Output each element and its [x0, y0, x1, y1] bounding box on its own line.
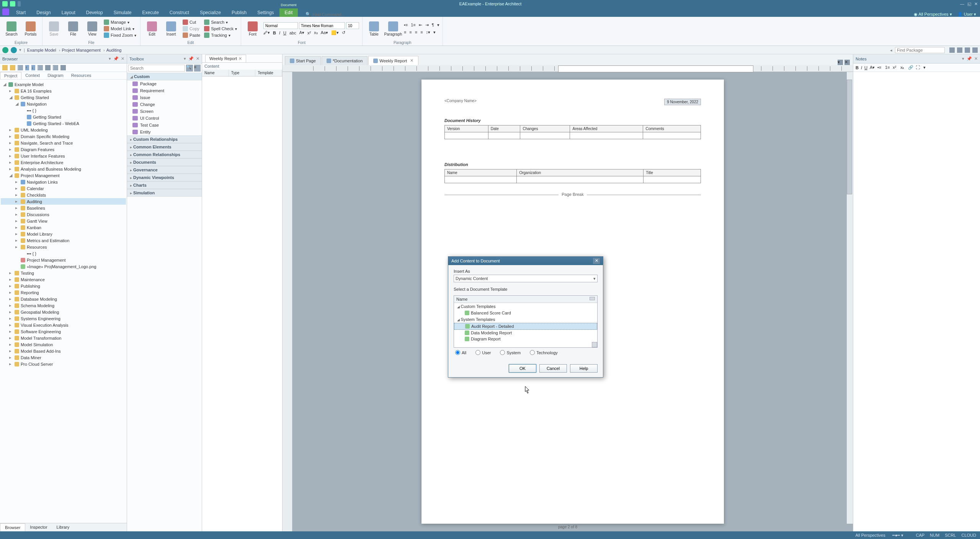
crumb[interactable]: Project Management: [62, 48, 105, 52]
ribbon-tab-edit[interactable]: Edit: [279, 8, 298, 17]
insert-as-combo[interactable]: Dynamic Content: [454, 275, 598, 282]
content-tab-close-icon[interactable]: ✕: [238, 56, 242, 61]
search-button[interactable]: Search: [3, 21, 20, 36]
bottom-tab-browser[interactable]: Browser: [0, 523, 25, 531]
qa-dropdown-icon[interactable]: [18, 1, 21, 7]
notes-more-button[interactable]: ▾: [923, 65, 929, 70]
down-icon[interactable]: ↓: [31, 65, 35, 70]
toolbox-item[interactable]: UI Control: [127, 115, 202, 122]
template-item[interactable]: Audit Report - Detailed: [454, 323, 597, 330]
find-command-input[interactable]: [312, 12, 358, 17]
toolbox-category[interactable]: ▸ Documents: [127, 158, 202, 166]
ribbon-tab-start[interactable]: Start: [11, 8, 31, 17]
restore-button[interactable]: ◱: [967, 2, 971, 7]
ribbon-tab-specialize[interactable]: Specialize: [194, 8, 226, 17]
toolbox-category[interactable]: ▸ Charts: [127, 181, 202, 189]
tree-node[interactable]: ▸Enterprise Architecture: [1, 159, 126, 166]
ribbon-tab-simulate[interactable]: Simulate: [108, 8, 137, 17]
crumb[interactable]: Auditing: [106, 48, 123, 52]
notes-bullets-button[interactable]: •≡: [877, 65, 883, 70]
toolbox-category[interactable]: ▸ Common Relationships: [127, 151, 202, 158]
notes-link-button[interactable]: 🔗: [908, 65, 913, 70]
ruler-horizontal[interactable]: [283, 65, 853, 72]
portals-button[interactable]: Portals: [22, 21, 39, 36]
fill-color-button[interactable]: 🟨▾: [331, 30, 339, 35]
toolbox-close-icon[interactable]: ✕: [196, 56, 199, 61]
cancel-button[interactable]: Cancel: [539, 364, 567, 373]
tree-node[interactable]: ▸Resources: [1, 244, 126, 250]
toolbox-menu-icon[interactable]: ▾: [184, 56, 186, 61]
tree-node[interactable]: ▸Reporting: [1, 289, 126, 296]
tree-node[interactable]: ▸UML Modeling: [1, 127, 126, 133]
browser-menu-icon[interactable]: ▾: [109, 56, 111, 61]
nav-forward-button[interactable]: [11, 47, 17, 53]
tree-node[interactable]: «Image» ProjManagement_Logo.png: [1, 263, 126, 270]
toolbox-category[interactable]: ▸ Common Elements: [127, 143, 202, 151]
tree-node[interactable]: ▸EA 16 Examples: [1, 88, 126, 94]
tree-node[interactable]: ▸Checklists: [1, 192, 126, 198]
tree-node[interactable]: ▸Software Engineering: [1, 328, 126, 335]
ruler-vertical[interactable]: [283, 72, 292, 531]
find-package-input[interactable]: [895, 47, 945, 53]
file-button[interactable]: File: [65, 21, 82, 36]
browser-close-icon[interactable]: ✕: [121, 56, 124, 61]
tree-node[interactable]: ◢Getting Started: [1, 94, 126, 101]
toolbox-category[interactable]: ◢ Custom: [127, 73, 202, 80]
tree-root[interactable]: ◢ Example Model: [1, 81, 126, 88]
bottom-tab-inspector[interactable]: Inspector: [25, 523, 52, 531]
notes-underline-button[interactable]: U: [864, 65, 867, 70]
outdent-button[interactable]: ⇤: [419, 23, 422, 28]
font-button[interactable]: Font: [244, 21, 261, 36]
tree-node[interactable]: ▸Database Modeling: [1, 296, 126, 302]
toolbox-pin-icon[interactable]: 📌: [188, 56, 194, 61]
browser-subtab-diagram[interactable]: Diagram: [44, 72, 67, 79]
notes-sub-button[interactable]: x₂: [900, 65, 906, 70]
tree-node[interactable]: ▸Discussions: [1, 211, 126, 218]
tree-node[interactable]: ▸Gantt View: [1, 218, 126, 224]
hamburger-icon[interactable]: [60, 65, 66, 70]
tree-node[interactable]: ▸Model Simulation: [1, 341, 126, 348]
browser-pin-icon[interactable]: 📌: [113, 56, 119, 61]
superscript-button[interactable]: x²: [307, 31, 311, 35]
doc-close-icon[interactable]: ✕: [844, 60, 850, 65]
app-menu-icon[interactable]: [2, 8, 9, 15]
toolbox-item[interactable]: Entity: [127, 129, 202, 135]
case-button[interactable]: Aa▾: [321, 30, 328, 35]
tool-icon-1[interactable]: [949, 47, 955, 53]
notes-menu-icon[interactable]: ▾: [962, 56, 964, 61]
quickaccess[interactable]: [2, 1, 21, 7]
dialog-titlebar[interactable]: Add Content to Document ✕: [448, 257, 603, 265]
browser-subtab-context[interactable]: Context: [21, 72, 44, 79]
text-color-button[interactable]: A▾: [299, 30, 304, 35]
notes-italic-button[interactable]: I: [861, 65, 862, 70]
crumb[interactable]: Example Model: [27, 48, 60, 52]
tool-icon-4[interactable]: [972, 47, 978, 53]
status-perspectives[interactable]: All Perspectives: [855, 533, 885, 538]
browser-subtab-resources[interactable]: Resources: [67, 72, 95, 79]
tree-node[interactable]: ▸Pro Cloud Server: [1, 361, 126, 367]
indent-button[interactable]: ⇥: [425, 23, 429, 28]
bold-button[interactable]: B: [273, 31, 276, 35]
filter-radio-system[interactable]: System: [500, 350, 521, 355]
notes-numbering-button[interactable]: 1≡: [885, 65, 890, 70]
ribbon-search-button[interactable]: Search ▾: [203, 19, 238, 25]
tree-node[interactable]: ••• { }: [1, 107, 126, 114]
tree-node[interactable]: ▸Calendar: [1, 185, 126, 192]
filter-radio-all[interactable]: All: [455, 350, 466, 355]
filter-radio-user[interactable]: User: [475, 350, 491, 355]
tree-node[interactable]: ▸Testing: [1, 270, 126, 276]
new-elem-icon[interactable]: [10, 65, 15, 70]
doc-tab[interactable]: Start Page: [285, 56, 321, 65]
toolbox-item[interactable]: Requirement: [127, 87, 202, 94]
qa-icon-1[interactable]: [2, 1, 8, 7]
notes-super-button[interactable]: x²: [893, 65, 898, 70]
tree-node[interactable]: ▸Navigation Links: [1, 179, 126, 185]
content-grid[interactable]: [202, 77, 282, 531]
notes-toolbar[interactable]: B I U A▾ •≡ 1≡ x² x₂ 🔗 ⛶ ▾: [853, 64, 980, 72]
italic-button[interactable]: I: [279, 31, 280, 35]
content-col-header[interactable]: Name: [202, 70, 229, 76]
align-left-button[interactable]: ≡: [404, 30, 406, 35]
ribbon-tab-develop[interactable]: Develop: [81, 8, 108, 17]
underline-button[interactable]: U: [283, 31, 286, 35]
toolbox-item[interactable]: Test Case: [127, 122, 202, 129]
